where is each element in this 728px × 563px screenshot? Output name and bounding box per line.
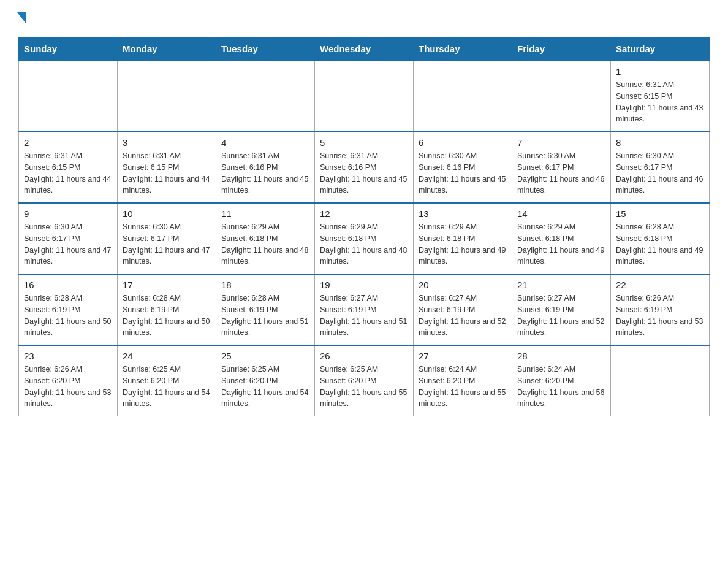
calendar-cell: 5Sunrise: 6:31 AM Sunset: 6:16 PM Daylig… (315, 132, 414, 203)
weekday-header-wednesday: Wednesday (315, 37, 414, 61)
calendar-cell: 15Sunrise: 6:28 AM Sunset: 6:18 PM Dayli… (611, 203, 710, 274)
day-info: Sunrise: 6:24 AM Sunset: 6:20 PM Dayligh… (419, 364, 507, 410)
weekday-header-monday: Monday (118, 37, 216, 61)
day-info: Sunrise: 6:28 AM Sunset: 6:19 PM Dayligh… (221, 293, 309, 339)
day-number: 7 (517, 137, 605, 148)
day-info: Sunrise: 6:27 AM Sunset: 6:19 PM Dayligh… (419, 293, 507, 339)
logo-triangle-icon (17, 12, 26, 23)
day-number: 5 (320, 137, 408, 148)
day-info: Sunrise: 6:31 AM Sunset: 6:15 PM Dayligh… (24, 150, 112, 196)
calendar-cell: 14Sunrise: 6:29 AM Sunset: 6:18 PM Dayli… (512, 203, 611, 274)
calendar-cell: 11Sunrise: 6:29 AM Sunset: 6:18 PM Dayli… (216, 203, 315, 274)
day-number: 1 (616, 66, 704, 77)
weekday-header-friday: Friday (512, 37, 611, 61)
calendar-cell: 25Sunrise: 6:25 AM Sunset: 6:20 PM Dayli… (216, 345, 315, 416)
calendar-cell: 6Sunrise: 6:30 AM Sunset: 6:16 PM Daylig… (414, 132, 512, 203)
day-number: 27 (419, 351, 507, 361)
day-number: 25 (221, 351, 309, 361)
day-info: Sunrise: 6:30 AM Sunset: 6:17 PM Dayligh… (24, 221, 112, 267)
calendar-cell: 12Sunrise: 6:29 AM Sunset: 6:18 PM Dayli… (315, 203, 414, 274)
calendar-cell (512, 61, 611, 132)
day-info: Sunrise: 6:28 AM Sunset: 6:18 PM Dayligh… (616, 221, 704, 267)
calendar-table: SundayMondayTuesdayWednesdayThursdayFrid… (18, 37, 710, 416)
day-number: 6 (419, 137, 507, 148)
day-number: 4 (221, 137, 309, 148)
day-number: 17 (123, 280, 211, 290)
day-info: Sunrise: 6:25 AM Sunset: 6:20 PM Dayligh… (320, 364, 408, 410)
calendar-cell: 17Sunrise: 6:28 AM Sunset: 6:19 PM Dayli… (118, 274, 216, 345)
calendar-cell (414, 61, 512, 132)
day-number: 28 (517, 351, 605, 361)
weekday-header-thursday: Thursday (414, 37, 512, 61)
day-info: Sunrise: 6:24 AM Sunset: 6:20 PM Dayligh… (517, 364, 605, 410)
calendar-cell: 26Sunrise: 6:25 AM Sunset: 6:20 PM Dayli… (315, 345, 414, 416)
calendar-cell: 20Sunrise: 6:27 AM Sunset: 6:19 PM Dayli… (414, 274, 512, 345)
day-info: Sunrise: 6:31 AM Sunset: 6:15 PM Dayligh… (616, 79, 704, 125)
logo (18, 12, 26, 25)
calendar-cell: 8Sunrise: 6:30 AM Sunset: 6:17 PM Daylig… (611, 132, 710, 203)
day-info: Sunrise: 6:25 AM Sunset: 6:20 PM Dayligh… (123, 364, 211, 410)
calendar-cell: 24Sunrise: 6:25 AM Sunset: 6:20 PM Dayli… (118, 345, 216, 416)
day-number: 9 (24, 209, 112, 219)
day-info: Sunrise: 6:28 AM Sunset: 6:19 PM Dayligh… (24, 293, 112, 339)
day-info: Sunrise: 6:28 AM Sunset: 6:19 PM Dayligh… (123, 293, 211, 339)
day-number: 13 (419, 209, 507, 219)
day-number: 3 (123, 137, 211, 148)
day-number: 21 (517, 280, 605, 290)
calendar-cell (19, 61, 118, 132)
day-info: Sunrise: 6:30 AM Sunset: 6:17 PM Dayligh… (123, 221, 211, 267)
day-info: Sunrise: 6:31 AM Sunset: 6:16 PM Dayligh… (320, 150, 408, 196)
day-info: Sunrise: 6:27 AM Sunset: 6:19 PM Dayligh… (320, 293, 408, 339)
calendar-cell: 3Sunrise: 6:31 AM Sunset: 6:15 PM Daylig… (118, 132, 216, 203)
day-info: Sunrise: 6:29 AM Sunset: 6:18 PM Dayligh… (320, 221, 408, 267)
calendar-cell: 27Sunrise: 6:24 AM Sunset: 6:20 PM Dayli… (414, 345, 512, 416)
weekday-header-sunday: Sunday (19, 37, 118, 61)
day-number: 19 (320, 280, 408, 290)
day-number: 24 (123, 351, 211, 361)
day-info: Sunrise: 6:31 AM Sunset: 6:15 PM Dayligh… (123, 150, 211, 196)
day-number: 15 (616, 209, 704, 219)
calendar-cell: 22Sunrise: 6:26 AM Sunset: 6:19 PM Dayli… (611, 274, 710, 345)
calendar-cell: 7Sunrise: 6:30 AM Sunset: 6:17 PM Daylig… (512, 132, 611, 203)
day-number: 12 (320, 209, 408, 219)
day-number: 10 (123, 209, 211, 219)
day-info: Sunrise: 6:29 AM Sunset: 6:18 PM Dayligh… (419, 221, 507, 267)
calendar-cell: 2Sunrise: 6:31 AM Sunset: 6:15 PM Daylig… (19, 132, 118, 203)
day-number: 8 (616, 137, 704, 148)
week-row-1: 1Sunrise: 6:31 AM Sunset: 6:15 PM Daylig… (19, 61, 710, 132)
day-info: Sunrise: 6:29 AM Sunset: 6:18 PM Dayligh… (517, 221, 605, 267)
day-info: Sunrise: 6:30 AM Sunset: 6:16 PM Dayligh… (419, 150, 507, 196)
day-number: 14 (517, 209, 605, 219)
calendar-cell: 18Sunrise: 6:28 AM Sunset: 6:19 PM Dayli… (216, 274, 315, 345)
calendar-cell: 19Sunrise: 6:27 AM Sunset: 6:19 PM Dayli… (315, 274, 414, 345)
day-number: 11 (221, 209, 309, 219)
calendar-cell: 10Sunrise: 6:30 AM Sunset: 6:17 PM Dayli… (118, 203, 216, 274)
day-number: 16 (24, 280, 112, 290)
day-info: Sunrise: 6:30 AM Sunset: 6:17 PM Dayligh… (517, 150, 605, 196)
calendar-cell: 28Sunrise: 6:24 AM Sunset: 6:20 PM Dayli… (512, 345, 611, 416)
day-number: 18 (221, 280, 309, 290)
day-info: Sunrise: 6:30 AM Sunset: 6:17 PM Dayligh… (616, 150, 704, 196)
calendar-cell: 9Sunrise: 6:30 AM Sunset: 6:17 PM Daylig… (19, 203, 118, 274)
calendar-cell (216, 61, 315, 132)
day-number: 2 (24, 137, 112, 148)
calendar-cell: 13Sunrise: 6:29 AM Sunset: 6:18 PM Dayli… (414, 203, 512, 274)
calendar-cell: 4Sunrise: 6:31 AM Sunset: 6:16 PM Daylig… (216, 132, 315, 203)
calendar-cell: 16Sunrise: 6:28 AM Sunset: 6:19 PM Dayli… (19, 274, 118, 345)
calendar-cell: 21Sunrise: 6:27 AM Sunset: 6:19 PM Dayli… (512, 274, 611, 345)
calendar-cell: 1Sunrise: 6:31 AM Sunset: 6:15 PM Daylig… (611, 61, 710, 132)
day-info: Sunrise: 6:31 AM Sunset: 6:16 PM Dayligh… (221, 150, 309, 196)
calendar-cell: 23Sunrise: 6:26 AM Sunset: 6:20 PM Dayli… (19, 345, 118, 416)
page-header (18, 12, 710, 25)
day-number: 22 (616, 280, 704, 290)
calendar-cell (611, 345, 710, 416)
week-row-5: 23Sunrise: 6:26 AM Sunset: 6:20 PM Dayli… (19, 345, 710, 416)
calendar-cell (315, 61, 414, 132)
day-info: Sunrise: 6:26 AM Sunset: 6:20 PM Dayligh… (24, 364, 112, 410)
calendar-cell (118, 61, 216, 132)
week-row-4: 16Sunrise: 6:28 AM Sunset: 6:19 PM Dayli… (19, 274, 710, 345)
weekday-header-row: SundayMondayTuesdayWednesdayThursdayFrid… (19, 37, 710, 61)
weekday-header-tuesday: Tuesday (216, 37, 315, 61)
day-number: 20 (419, 280, 507, 290)
day-number: 26 (320, 351, 408, 361)
